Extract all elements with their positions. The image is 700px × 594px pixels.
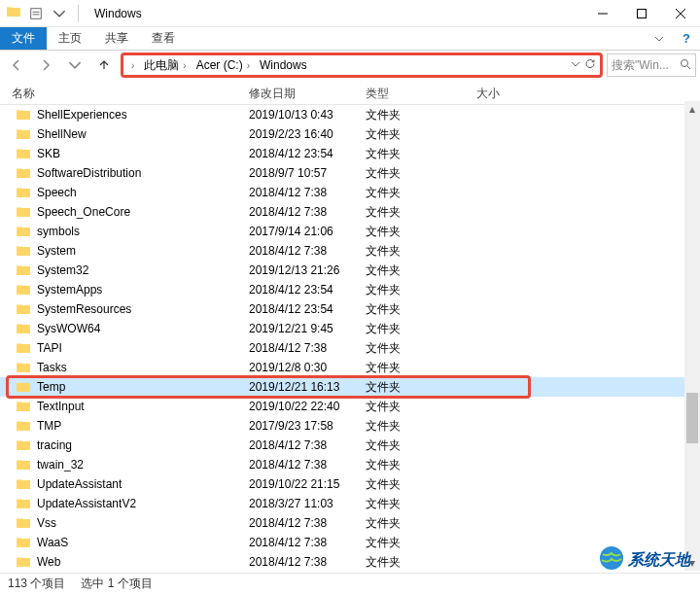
table-row[interactable]: TMP2017/9/23 17:58文件夹 [0, 416, 700, 436]
table-row[interactable]: TAPI2018/4/12 7:38文件夹 [0, 338, 700, 358]
file-type: 文件夹 [366, 360, 476, 376]
file-name: Web [37, 555, 60, 569]
file-type: 文件夹 [366, 262, 476, 279]
tab-file[interactable]: 文件 [0, 27, 47, 50]
table-row[interactable]: TextInput2019/10/22 22:40文件夹 [0, 397, 700, 416]
file-date: 2018/4/12 7:38 [249, 516, 366, 530]
scroll-up-icon[interactable]: ▴ [684, 101, 700, 117]
refresh-icon[interactable] [584, 58, 596, 73]
quick-access-toolbar [0, 4, 88, 22]
file-date: 2018/4/12 7:38 [249, 205, 366, 219]
table-row[interactable]: SKB2018/4/12 23:54文件夹 [0, 144, 700, 163]
column-type[interactable]: 类型 [366, 84, 476, 104]
table-row[interactable]: System322019/12/13 21:26文件夹 [0, 261, 700, 280]
file-name: Speech [37, 186, 77, 199]
file-type: 文件夹 [366, 379, 476, 396]
chevron-right-icon: › [247, 60, 250, 71]
table-row[interactable]: twain_322018/4/12 7:38文件夹 [0, 455, 700, 474]
file-date: 2018/9/7 10:57 [249, 166, 366, 180]
file-date: 2019/2/23 16:40 [249, 127, 366, 141]
file-name: Vss [37, 516, 56, 530]
table-row[interactable]: SysWOW642019/12/21 9:45文件夹 [0, 319, 700, 338]
breadcrumb-seg-2[interactable]: Acer (C:)› [192, 55, 254, 75]
qat-properties-icon[interactable] [27, 5, 45, 22]
up-button[interactable] [91, 52, 117, 78]
file-name: ShellNew [37, 127, 87, 141]
table-row[interactable]: Web2018/4/12 7:38文件夹 [0, 552, 700, 572]
address-dropdown-icon[interactable] [571, 58, 580, 72]
table-row[interactable]: ShellExperiences2019/10/13 0:43文件夹 [0, 105, 700, 124]
file-name: TextInput [37, 400, 85, 413]
tab-home[interactable]: 主页 [47, 27, 93, 50]
table-row[interactable]: Speech2018/4/12 7:38文件夹 [0, 183, 700, 202]
file-date: 2018/4/12 23:54 [249, 283, 366, 297]
column-name[interactable]: 名称 [12, 84, 249, 104]
file-date: 2019/10/22 22:40 [249, 400, 366, 413]
folder-icon [16, 399, 31, 414]
search-input[interactable]: 搜索"Win... [607, 53, 696, 77]
file-name: WaaS [37, 536, 68, 549]
table-row[interactable]: UpdateAssistant2019/10/22 21:15文件夹 [0, 474, 700, 494]
file-date: 2017/9/14 21:06 [249, 225, 366, 238]
chevron-down-icon[interactable] [51, 5, 68, 22]
table-row[interactable]: ShellNew2019/2/23 16:40文件夹 [0, 124, 700, 144]
table-row[interactable]: tracing2018/4/12 7:38文件夹 [0, 436, 700, 455]
file-type: 文件夹 [366, 126, 476, 143]
folder-icon [16, 457, 31, 472]
table-row[interactable]: System2018/4/12 7:38文件夹 [0, 241, 700, 261]
folder-icon [16, 165, 31, 181]
column-size[interactable]: 大小 [476, 84, 700, 104]
folder-icon [16, 185, 31, 200]
ribbon-tabs: 文件 主页 共享 查看 ? [0, 27, 700, 51]
tab-share[interactable]: 共享 [93, 27, 140, 50]
close-button[interactable] [661, 0, 700, 27]
breadcrumb-seg-1[interactable]: 此电脑› [140, 55, 190, 75]
table-row[interactable]: WaaS2018/4/12 7:38文件夹 [0, 533, 700, 552]
file-name: Temp [37, 380, 65, 394]
column-date[interactable]: 修改日期 [249, 84, 366, 104]
folder-icon [16, 515, 31, 531]
maximize-button[interactable] [622, 0, 661, 27]
help-button[interactable]: ? [673, 27, 700, 50]
file-type: 文件夹 [366, 185, 476, 201]
forward-button[interactable] [33, 52, 58, 78]
file-date: 2017/9/23 17:58 [249, 419, 366, 433]
breadcrumb[interactable]: › 此电脑› Acer (C:)› Windows [121, 52, 603, 78]
table-row[interactable]: SystemApps2018/4/12 23:54文件夹 [0, 280, 700, 299]
vertical-scrollbar[interactable]: ▴ ▾ [684, 101, 700, 571]
table-row[interactable]: Speech_OneCore2018/4/12 7:38文件夹 [0, 202, 700, 222]
table-row[interactable]: UpdateAssistantV22018/3/27 11:03文件夹 [0, 494, 700, 513]
ribbon-expand-icon[interactable] [646, 27, 673, 50]
recent-locations-icon[interactable] [62, 52, 88, 78]
chevron-right-icon: › [183, 60, 186, 71]
folder-icon [16, 360, 31, 375]
breadcrumb-seg-3[interactable]: Windows [256, 55, 311, 75]
file-name: symbols [37, 225, 80, 238]
scrollbar-thumb[interactable] [686, 393, 698, 443]
back-button[interactable] [4, 52, 29, 78]
breadcrumb-root[interactable]: › [127, 55, 138, 75]
table-row[interactable]: SystemResources2018/4/12 23:54文件夹 [0, 299, 700, 319]
file-date: 2019/12/21 9:45 [249, 322, 366, 335]
table-row[interactable]: Temp2019/12/21 16:13文件夹 [0, 377, 700, 397]
folder-icon [6, 4, 21, 22]
file-name: UpdateAssistant [37, 477, 122, 491]
tab-view[interactable]: 查看 [140, 27, 187, 50]
search-icon [680, 58, 691, 73]
table-row[interactable]: SoftwareDistribution2018/9/7 10:57文件夹 [0, 163, 700, 183]
file-name: Tasks [37, 361, 67, 374]
window-title: Windows [88, 7, 583, 20]
file-list: ShellExperiences2019/10/13 0:43文件夹ShellN… [0, 105, 700, 572]
breadcrumb-label: 此电脑 [144, 57, 179, 74]
file-type: 文件夹 [366, 418, 476, 435]
table-row[interactable]: Vss2018/4/12 7:38文件夹 [0, 513, 700, 533]
minimize-button[interactable] [583, 0, 622, 27]
folder-icon [16, 224, 31, 239]
search-placeholder: 搜索"Win... [612, 57, 669, 74]
table-row[interactable]: Tasks2019/12/8 0:30文件夹 [0, 358, 700, 377]
folder-icon [16, 476, 31, 492]
folder-icon [16, 107, 31, 122]
file-date: 2019/10/13 0:43 [249, 108, 366, 122]
table-row[interactable]: symbols2017/9/14 21:06文件夹 [0, 222, 700, 241]
scroll-down-icon[interactable]: ▾ [684, 555, 700, 571]
